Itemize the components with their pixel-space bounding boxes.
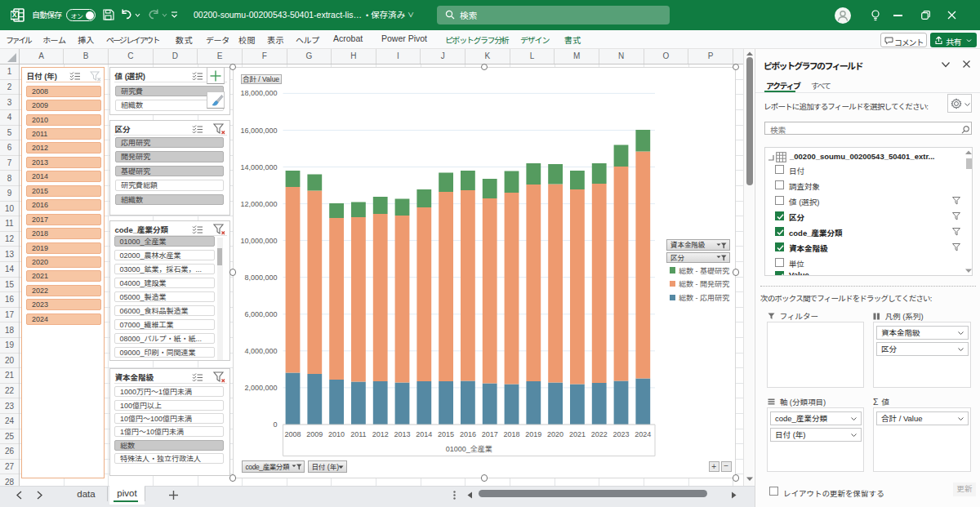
svg-text:2013: 2013: [394, 430, 410, 438]
svg-text:12,000,000: 12,000,000: [240, 200, 277, 208]
svg-text:2023: 2023: [612, 430, 629, 438]
svg-text:6,000,000: 6,000,000: [244, 310, 277, 318]
svg-text:2021: 2021: [569, 430, 586, 438]
svg-text:2017: 2017: [482, 430, 498, 438]
svg-text:18,000,000: 18,000,000: [240, 89, 277, 97]
svg-text:4,000,000: 4,000,000: [244, 347, 277, 355]
svg-text:2010: 2010: [328, 430, 345, 438]
svg-text:2024: 2024: [635, 430, 651, 438]
svg-text:2008: 2008: [284, 430, 301, 438]
svg-text:2,000,000: 2,000,000: [244, 384, 277, 392]
svg-text:14,000,000: 14,000,000: [240, 163, 277, 171]
svg-text:01000_全産業: 01000_全産業: [446, 445, 492, 453]
svg-text:2022: 2022: [591, 430, 608, 438]
svg-text:2020: 2020: [547, 430, 564, 438]
svg-text:2018: 2018: [503, 430, 519, 438]
svg-text:2009: 2009: [306, 430, 323, 438]
svg-text:2012: 2012: [372, 430, 389, 438]
svg-text:16,000,000: 16,000,000: [240, 127, 277, 135]
svg-text:2014: 2014: [416, 430, 432, 438]
svg-text:2016: 2016: [460, 430, 476, 438]
svg-text:0: 0: [273, 420, 277, 429]
svg-text:2015: 2015: [438, 430, 454, 438]
svg-text:2019: 2019: [525, 430, 541, 438]
svg-text:X: X: [12, 11, 17, 19]
svg-text:2011: 2011: [350, 430, 366, 438]
svg-text:8,000,000: 8,000,000: [244, 274, 277, 282]
svg-text:10,000,000: 10,000,000: [240, 237, 277, 245]
